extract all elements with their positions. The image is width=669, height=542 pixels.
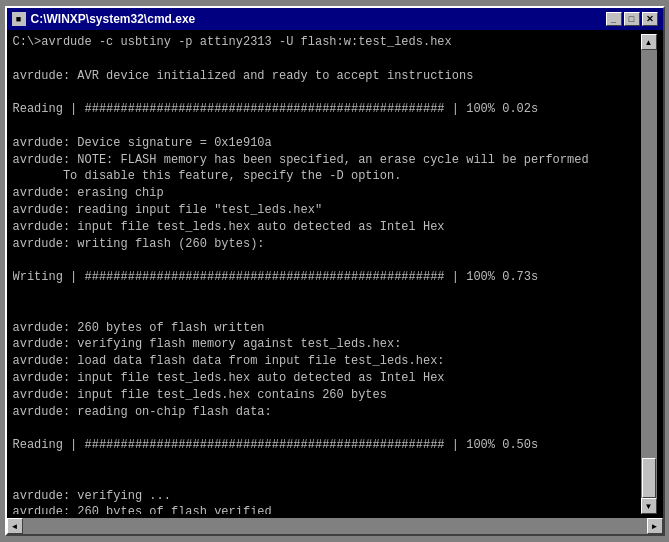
scroll-right-button[interactable]: ► [647, 518, 663, 534]
window-title: C:\WINXP\system32\cmd.exe [31, 12, 196, 26]
content-area: C:\>avrdude -c usbtiny -p attiny2313 -U … [7, 30, 663, 518]
horizontal-scrollbar[interactable]: ◄ ► [7, 518, 663, 534]
cmd-window: ■ C:\WINXP\system32\cmd.exe _ □ ✕ C:\>av… [5, 6, 665, 536]
scroll-down-button[interactable]: ▼ [641, 498, 657, 514]
scroll-up-button[interactable]: ▲ [641, 34, 657, 50]
terminal-output: C:\>avrdude -c usbtiny -p attiny2313 -U … [13, 34, 641, 514]
title-bar: ■ C:\WINXP\system32\cmd.exe _ □ ✕ [7, 8, 663, 30]
title-controls: _ □ ✕ [606, 12, 658, 26]
window-icon: ■ [12, 12, 26, 26]
scrollbar-track[interactable] [641, 50, 657, 498]
close-button[interactable]: ✕ [642, 12, 658, 26]
title-bar-left: ■ C:\WINXP\system32\cmd.exe [12, 12, 196, 26]
scroll-left-button[interactable]: ◄ [7, 518, 23, 534]
vertical-scrollbar[interactable]: ▲ ▼ [641, 34, 657, 514]
scrollbar-thumb[interactable] [642, 458, 656, 498]
maximize-button[interactable]: □ [624, 12, 640, 26]
horizontal-scrollbar-track[interactable] [23, 518, 647, 534]
minimize-button[interactable]: _ [606, 12, 622, 26]
